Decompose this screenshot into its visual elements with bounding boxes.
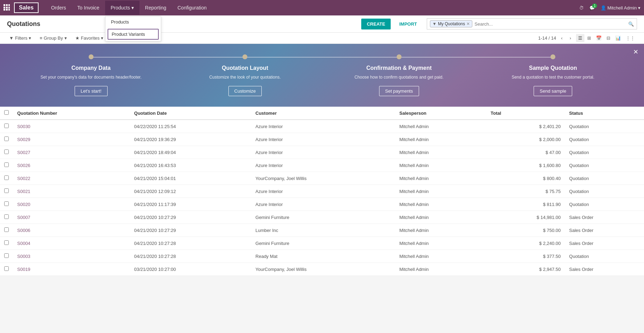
row-checkbox[interactable] bbox=[4, 188, 9, 193]
row-checkbox[interactable] bbox=[4, 149, 9, 154]
table-row[interactable]: S0030 04/22/2020 11:25:54 Azure Interior… bbox=[0, 120, 644, 133]
cell-status: Sales Order bbox=[565, 211, 644, 224]
group-by-button[interactable]: ≡ Group By ▾ bbox=[37, 35, 69, 41]
filter-remove-button[interactable]: ✕ bbox=[466, 21, 470, 26]
table-row[interactable]: S0006 04/21/2020 10:27:29 Lumber Inc Mit… bbox=[0, 224, 644, 237]
cell-number[interactable]: S0022 bbox=[13, 172, 130, 185]
th-quotation-date[interactable]: Quotation Date bbox=[130, 107, 251, 120]
pivot-view-button[interactable]: ⊟ bbox=[604, 34, 612, 42]
th-customer[interactable]: Customer bbox=[251, 107, 395, 120]
row-checkbox[interactable] bbox=[4, 162, 9, 167]
filters-button[interactable]: ▼ Filters ▾ bbox=[7, 35, 33, 41]
clock-icon[interactable]: ⏱ bbox=[579, 5, 584, 11]
next-page-button[interactable]: › bbox=[568, 35, 573, 41]
kanban-view-button[interactable]: ⊞ bbox=[585, 34, 593, 42]
step-btn-2[interactable]: Set payments bbox=[379, 86, 419, 96]
cell-total: $ 14,981.00 bbox=[486, 211, 565, 224]
table-row[interactable]: S0003 04/21/2020 10:27:28 Ready Mat Mitc… bbox=[0, 250, 644, 263]
cell-number[interactable]: S0026 bbox=[13, 159, 130, 172]
row-checkbox[interactable] bbox=[4, 227, 9, 232]
nav-item-configuration[interactable]: Configuration bbox=[172, 1, 212, 15]
step-btn-1[interactable]: Customize bbox=[228, 86, 262, 96]
row-checkbox[interactable] bbox=[4, 266, 9, 271]
row-checkbox[interactable] bbox=[4, 214, 9, 219]
table-row[interactable]: S0029 04/21/2020 19:36:29 Azure Interior… bbox=[0, 133, 644, 146]
create-button[interactable]: CREATE bbox=[361, 19, 391, 29]
cell-total: $ 800.40 bbox=[486, 172, 565, 185]
star-icon: ★ bbox=[75, 35, 80, 41]
filters-dropdown-icon: ▾ bbox=[29, 35, 31, 41]
cell-customer: Azure Interior bbox=[251, 185, 395, 198]
cell-number[interactable]: S0020 bbox=[13, 198, 130, 211]
th-total[interactable]: Total bbox=[486, 107, 565, 120]
step-desc-3: Send a quotation to test the customer po… bbox=[476, 74, 630, 80]
cell-number[interactable]: S0027 bbox=[13, 146, 130, 159]
svg-rect-5 bbox=[8, 7, 10, 8]
app-title[interactable]: Sales bbox=[14, 2, 39, 13]
table-row[interactable]: S0019 03/21/2020 10:27:00 YourCompany, J… bbox=[0, 263, 644, 276]
step-btn-0[interactable]: Let's start! bbox=[75, 86, 108, 96]
step-title-2: Confirmation & Payment bbox=[322, 65, 476, 71]
list-view-button[interactable]: ☰ bbox=[576, 34, 584, 42]
step-desc-0: Set your company's data for documents he… bbox=[14, 74, 168, 80]
cell-number[interactable]: S0030 bbox=[13, 120, 130, 133]
row-checkbox[interactable] bbox=[4, 201, 9, 206]
row-checkbox[interactable] bbox=[4, 240, 9, 245]
apps-menu-icon[interactable] bbox=[4, 4, 10, 12]
nav-item-to-invoice[interactable]: To Invoice bbox=[72, 1, 105, 15]
grid-view-button[interactable]: ⋮⋮ bbox=[624, 34, 637, 42]
graph-view-button[interactable]: 📊 bbox=[613, 34, 623, 42]
select-all-header[interactable] bbox=[0, 107, 13, 120]
table-row[interactable]: S0021 04/21/2020 12:09:12 Azure Interior… bbox=[0, 185, 644, 198]
table-row[interactable]: S0022 04/21/2020 15:04:01 YourCompany, J… bbox=[0, 172, 644, 185]
cell-customer: Gemini Furniture bbox=[251, 237, 395, 250]
table-row[interactable]: S0026 04/21/2020 16:43:53 Azure Interior… bbox=[0, 159, 644, 172]
dropdown-item-products[interactable]: Products bbox=[105, 16, 161, 27]
row-checkbox-cell bbox=[0, 146, 13, 159]
import-button[interactable]: IMPORT bbox=[396, 19, 420, 29]
search-icon[interactable]: 🔍 bbox=[628, 21, 634, 27]
cell-number[interactable]: S0007 bbox=[13, 211, 130, 224]
row-checkbox[interactable] bbox=[4, 136, 9, 141]
cell-salesperson: Mitchell Admin bbox=[395, 146, 487, 159]
nav-item-products[interactable]: Products ▾ Products Product Variants bbox=[105, 1, 139, 15]
cell-customer: Ready Mat bbox=[251, 250, 395, 263]
table-row[interactable]: S0027 04/21/2020 18:49:04 Azure Interior… bbox=[0, 146, 644, 159]
cell-number[interactable]: S0029 bbox=[13, 133, 130, 146]
th-status[interactable]: Status bbox=[565, 107, 644, 120]
nav-item-reporting[interactable]: Reporting bbox=[139, 1, 172, 15]
svg-rect-4 bbox=[6, 7, 8, 8]
nav-item-orders[interactable]: Orders bbox=[46, 1, 72, 15]
calendar-view-button[interactable]: 📅 bbox=[594, 34, 604, 42]
cell-status: Quotation bbox=[565, 133, 644, 146]
cell-total: $ 2,947.50 bbox=[486, 263, 565, 276]
banner-close-button[interactable]: ✕ bbox=[633, 48, 638, 56]
dropdown-item-product-variants[interactable]: Product Variants bbox=[108, 29, 159, 40]
search-input[interactable] bbox=[474, 21, 628, 27]
user-menu[interactable]: 👤 Mitchell Admin ▾ bbox=[601, 5, 640, 11]
cell-number[interactable]: S0019 bbox=[13, 263, 130, 276]
cell-total: $ 811.90 bbox=[486, 198, 565, 211]
row-checkbox[interactable] bbox=[4, 253, 9, 258]
table-row[interactable]: S0007 04/21/2020 10:27:29 Gemini Furnitu… bbox=[0, 211, 644, 224]
cell-number[interactable]: S0021 bbox=[13, 185, 130, 198]
cell-salesperson: Mitchell Admin bbox=[395, 224, 487, 237]
cell-number[interactable]: S0006 bbox=[13, 224, 130, 237]
step-btn-3[interactable]: Send sample bbox=[534, 86, 572, 96]
cell-number[interactable]: S0004 bbox=[13, 237, 130, 250]
table-row[interactable]: S0020 04/21/2020 11:17:39 Azure Interior… bbox=[0, 198, 644, 211]
group-by-dropdown-icon: ▾ bbox=[64, 35, 67, 41]
th-quotation-number[interactable]: Quotation Number bbox=[13, 107, 130, 120]
table-row[interactable]: S0004 04/21/2020 10:27:28 Gemini Furnitu… bbox=[0, 237, 644, 250]
favorites-button[interactable]: ★ Favorites ▾ bbox=[73, 35, 105, 41]
row-checkbox[interactable] bbox=[4, 175, 9, 180]
chat-icon[interactable]: 💬 1 bbox=[589, 5, 595, 11]
prev-page-button[interactable]: ‹ bbox=[559, 35, 564, 41]
select-all-checkbox[interactable] bbox=[4, 110, 9, 115]
cell-total: $ 47.00 bbox=[486, 146, 565, 159]
group-by-label: Group By bbox=[44, 35, 63, 41]
cell-salesperson: Mitchell Admin bbox=[395, 211, 487, 224]
cell-number[interactable]: S0003 bbox=[13, 250, 130, 263]
row-checkbox[interactable] bbox=[4, 124, 9, 128]
th-salesperson[interactable]: Salesperson bbox=[395, 107, 487, 120]
